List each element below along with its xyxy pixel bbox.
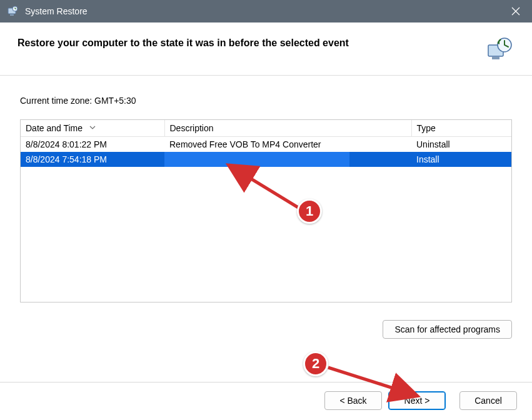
column-header-description[interactable]: Description [164,120,411,137]
restore-points-table: Date and Time Description Type 8/8/2024 … [20,119,512,302]
scan-affected-button[interactable]: Scan for affected programs [383,320,512,339]
restore-clock-icon [486,36,513,64]
column-header-type[interactable]: Type [411,120,511,137]
window-title: System Restore [25,6,503,16]
scan-row: Scan for affected programs [0,309,532,344]
table-row-empty [21,227,511,242]
table-row-empty [21,242,511,257]
column-header-label: Date and Time [26,123,83,133]
table-row-empty [21,212,511,227]
table-row[interactable]: 8/8/2024 7:54:18 PMInstall [21,152,511,167]
annotation-number: 2 [303,351,328,376]
wizard-header: Restore your computer to the state it wa… [0,22,532,76]
table-row-empty [21,197,511,212]
table-row-empty [21,167,511,182]
wizard-body: Current time zone: GMT+5:30 Date and Tim… [0,76,532,309]
cell-desc [164,152,411,167]
system-restore-icon [6,5,19,18]
column-header-label: Description [170,123,214,133]
table-row-empty [21,257,511,272]
cell-date: 8/8/2024 7:54:18 PM [21,152,164,167]
table-row-empty [21,287,511,302]
close-button[interactable] [503,2,528,21]
table-row-empty [21,272,511,287]
svg-rect-6 [492,57,499,59]
cancel-button[interactable]: Cancel [459,391,517,410]
table-row-empty [21,182,511,197]
back-button[interactable]: < Back [324,391,382,410]
column-header-date[interactable]: Date and Time [21,120,164,137]
cell-date: 8/8/2024 8:01:22 PM [21,137,164,152]
wizard-footer: < Back Next > Cancel [0,382,532,420]
cell-type: Install [411,152,511,167]
column-header-label: Type [417,123,436,133]
svg-rect-1 [10,14,14,16]
timezone-label: Current time zone: GMT+5:30 [20,96,512,106]
cell-type: Uninstall [411,137,511,152]
sort-desc-icon [89,121,96,131]
annotation-badge-2: 2 [303,351,328,376]
titlebar: System Restore [0,0,532,22]
close-icon [511,7,520,16]
table-row[interactable]: 8/8/2024 8:01:22 PMRemoved Free VOB To M… [21,137,511,152]
cell-desc: Removed Free VOB To MP4 Converter [164,137,411,152]
page-title: Restore your computer to the state it wa… [18,36,486,49]
next-button[interactable]: Next > [388,391,446,410]
